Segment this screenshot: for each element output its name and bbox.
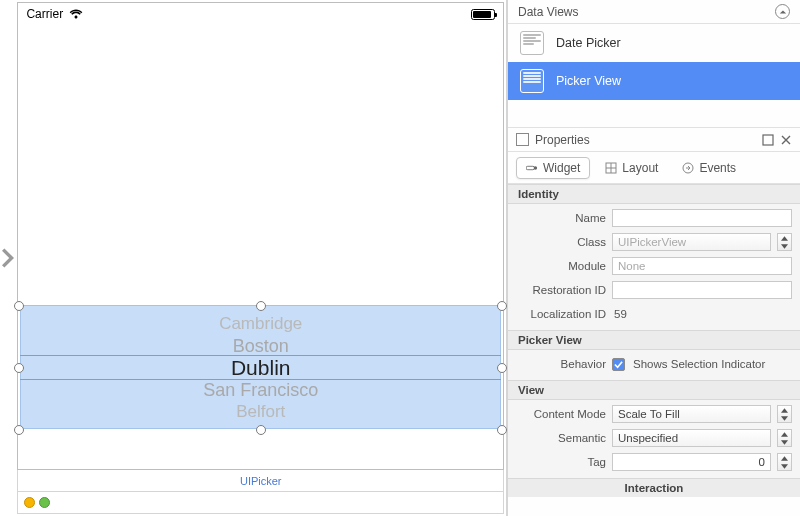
data-view-item-picker-view[interactable]: Picker View <box>508 62 800 100</box>
tag-stepper[interactable] <box>777 453 792 471</box>
properties-title: Properties <box>535 133 590 147</box>
battery-icon <box>471 9 495 20</box>
data-view-item-date-picker[interactable]: Date Picker <box>508 24 800 62</box>
picker-row: Boston <box>18 335 503 357</box>
semantic-stepper[interactable] <box>777 429 792 447</box>
resize-handle[interactable] <box>497 301 507 311</box>
localization-id-value: 59 <box>612 308 627 320</box>
events-tab-icon <box>682 162 694 174</box>
selected-widget-label: UIPicker <box>18 475 503 487</box>
wifi-icon <box>69 9 83 19</box>
design-canvas: Carrier Cambridge Boston Dublin San Fran… <box>15 0 507 516</box>
picker-row: Cambridge <box>18 313 503 335</box>
shows-selection-indicator-checkbox[interactable] <box>612 358 625 371</box>
section-view: View <box>508 380 800 400</box>
canvas-footer: UIPicker <box>17 470 504 492</box>
data-view-label: Date Picker <box>556 36 621 50</box>
properties-header[interactable]: Properties <box>508 128 800 152</box>
warning-indicator-icon[interactable] <box>24 497 35 508</box>
name-label: Name <box>516 212 606 224</box>
date-picker-icon <box>520 31 544 55</box>
data-views-list: Date Picker Picker View <box>508 24 800 100</box>
class-label: Class <box>516 236 606 248</box>
section-picker-view: Picker View <box>508 330 800 350</box>
tag-field[interactable] <box>612 453 771 471</box>
section-interaction: Interaction <box>508 478 800 497</box>
svg-point-2 <box>534 166 537 169</box>
picker-view[interactable]: Cambridge Boston Dublin San Francisco Be… <box>18 313 503 423</box>
resize-handle[interactable] <box>497 425 507 435</box>
resize-handle[interactable] <box>256 425 266 435</box>
restoration-id-label: Restoration ID <box>516 284 606 296</box>
resize-handle[interactable] <box>497 363 507 373</box>
device-frame: Carrier Cambridge Boston Dublin San Fran… <box>17 2 504 470</box>
picker-row: San Francisco <box>18 379 503 401</box>
data-view-label: Picker View <box>556 74 621 88</box>
svg-rect-0 <box>763 135 773 145</box>
tab-layout[interactable]: Layout <box>596 158 667 178</box>
content-mode-stepper[interactable] <box>777 405 792 423</box>
tab-events[interactable]: Events <box>673 158 745 178</box>
module-field <box>612 257 792 275</box>
status-bar: Carrier <box>18 3 503 25</box>
data-views-title: Data Views <box>518 5 578 19</box>
semantic-select[interactable]: Unspecified <box>612 429 771 447</box>
picker-row: Belfort <box>18 401 503 423</box>
class-stepper[interactable] <box>777 233 792 251</box>
tab-label: Events <box>699 161 736 175</box>
layout-tab-icon <box>605 162 617 174</box>
properties-icon <box>516 133 529 146</box>
section-identity: Identity <box>508 184 800 204</box>
behavior-checkbox-label: Shows Selection Indicator <box>631 358 765 370</box>
resize-handle[interactable] <box>256 301 266 311</box>
behavior-label: Behavior <box>516 358 606 370</box>
tag-label: Tag <box>516 456 606 468</box>
tab-label: Widget <box>543 161 580 175</box>
refresh-indicator-icon[interactable] <box>39 497 50 508</box>
data-views-header[interactable]: Data Views <box>508 0 800 24</box>
properties-tabs: Widget Layout Events <box>508 152 800 184</box>
carrier-label: Carrier <box>26 7 63 21</box>
picker-row-selected: Dublin <box>18 357 503 379</box>
localization-id-label: Localization ID <box>516 308 606 320</box>
popout-icon[interactable] <box>762 134 774 146</box>
content-mode-select[interactable]: Scale To Fill <box>612 405 771 423</box>
restoration-id-field[interactable] <box>612 281 792 299</box>
resize-handle[interactable] <box>14 425 24 435</box>
close-icon[interactable] <box>780 134 792 146</box>
tab-label: Layout <box>622 161 658 175</box>
picker-view-icon <box>520 69 544 93</box>
semantic-label: Semantic <box>516 432 606 444</box>
tab-widget[interactable]: Widget <box>516 157 590 179</box>
canvas-toolbar <box>17 492 504 514</box>
class-select[interactable]: UIPickerView <box>612 233 771 251</box>
module-label: Module <box>516 260 606 272</box>
inspector-panel: Data Views Date Picker Picker View <box>507 0 800 516</box>
name-field[interactable] <box>612 209 792 227</box>
back-arrow[interactable] <box>0 0 15 516</box>
content-mode-label: Content Mode <box>516 408 606 420</box>
widget-tab-icon <box>526 162 538 174</box>
collapse-icon[interactable] <box>775 4 790 19</box>
svg-rect-1 <box>526 166 535 169</box>
